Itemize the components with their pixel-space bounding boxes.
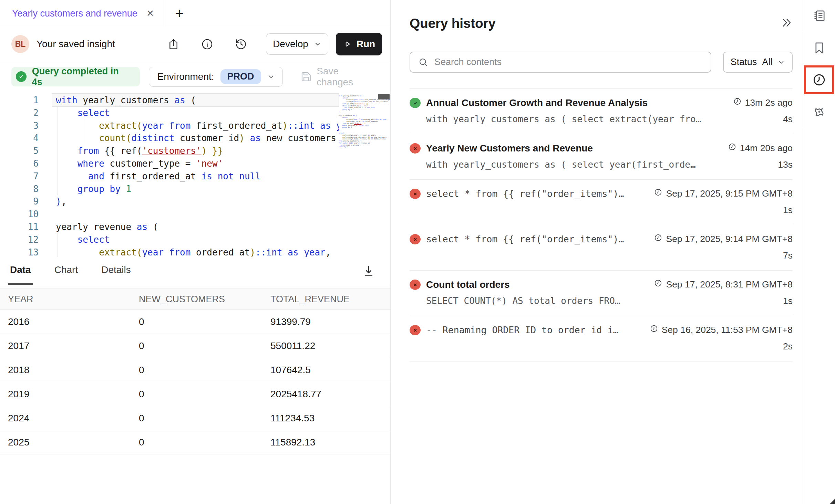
query-editor-pane: Yearly customers and revenue ✕ + BL Your…	[0, 0, 391, 504]
clock-history-icon[interactable]	[803, 64, 835, 96]
result-tab-data[interactable]: Data	[8, 257, 33, 285]
download-icon[interactable]	[360, 262, 377, 280]
table-cell: 2024	[8, 413, 139, 424]
query-status-badge: Query completed in 4s	[11, 67, 140, 86]
table-cell: 2019	[8, 389, 139, 400]
line-number: 9	[0, 195, 39, 208]
clock-icon	[728, 143, 736, 154]
save-icon	[301, 71, 312, 82]
query-history-item-main: Count total ordersSELECT COUNT(*) AS tot…	[426, 279, 646, 306]
query-duration: 4s	[733, 114, 793, 125]
resize-grip[interactable]	[830, 499, 835, 504]
clock-icon	[733, 97, 742, 108]
query-history-list: Annual Customer Growth and Revenue Analy…	[410, 88, 793, 361]
minimap-line: order by 1	[339, 146, 381, 148]
sql-editor[interactable]: 1234567891011121314151617181920212223242…	[0, 92, 390, 257]
line-number: 7	[0, 170, 39, 183]
query-history-item[interactable]: select * from {{ ref("order_items")…Sep …	[410, 225, 793, 270]
query-title: select * from {{ ref("order_items")…	[426, 188, 646, 200]
query-timestamp: 14m 20s ago	[728, 143, 793, 154]
search-input[interactable]	[434, 57, 702, 67]
close-tab-icon[interactable]: ✕	[146, 8, 154, 19]
tab-yearly-customers[interactable]: Yearly customers and revenue ✕	[0, 0, 165, 27]
table-row: 20250115892.13	[0, 430, 390, 454]
table-cell: 550011.22	[270, 340, 390, 351]
query-history-item[interactable]: select * from {{ ref("order_items")…Sep …	[410, 179, 793, 225]
search-icon	[419, 57, 428, 67]
table-cell: 2018	[8, 365, 139, 376]
line-number: 1	[0, 94, 39, 107]
info-icon[interactable]	[198, 35, 216, 53]
query-timestamp: Sep 16, 2025, 11:53 PM GMT+8	[650, 324, 793, 335]
column-header: YEAR	[8, 294, 139, 305]
status-filter-dropdown[interactable]: Status All	[723, 52, 793, 73]
compass-icon[interactable]	[803, 96, 835, 128]
table-cell: 107642.5	[270, 365, 390, 376]
code-line: select	[56, 107, 339, 119]
code-line: group by 1	[56, 183, 339, 196]
editor-minimap[interactable]: with yearly_customers as ( select extrac…	[339, 95, 381, 148]
query-meta: 14m 20s ago13s	[720, 143, 793, 170]
query-history-item-main: select * from {{ ref("order_items")…	[426, 233, 646, 261]
document-header: BL Your saved insight Develop Run	[0, 27, 390, 61]
table-body: 2016091399.7920170550011.2220180107642.5…	[0, 310, 390, 454]
error-icon	[410, 234, 421, 244]
new-tab-button[interactable]: +	[165, 0, 193, 27]
line-number: 11	[0, 221, 39, 233]
table-cell: 0	[139, 437, 270, 448]
environment-value: PROD	[220, 69, 261, 84]
play-icon	[343, 40, 352, 49]
table-row: 20170550011.22	[0, 334, 390, 358]
table-row: 2016091399.79	[0, 310, 390, 334]
query-title: -- Renaming ORDER_ID to order_id i…	[426, 324, 641, 336]
query-history-item[interactable]: Count total ordersSELECT COUNT(*) AS tot…	[410, 270, 793, 316]
notebook-icon[interactable]	[803, 0, 835, 32]
develop-button[interactable]: Develop	[266, 33, 328, 55]
query-history-panel: Query history Status All Annual Customer…	[391, 0, 803, 504]
error-icon	[410, 189, 421, 199]
app-window: Yearly customers and revenue ✕ + BL Your…	[0, 0, 835, 504]
query-status-text: Query completed in 4s	[32, 66, 131, 87]
editor-code[interactable]: with yearly_customers as ( select extrac…	[56, 94, 339, 257]
line-number: 3	[0, 119, 39, 132]
query-timestamp: Sep 17, 2025, 9:14 PM GMT+8	[654, 233, 793, 244]
table-cell: 0	[139, 340, 270, 351]
check-icon	[16, 71, 27, 82]
query-title: select * from {{ ref("order_items")…	[426, 233, 646, 245]
environment-selector[interactable]: Environment: PROD	[149, 67, 283, 87]
chevron-down-icon	[777, 59, 785, 66]
run-label: Run	[357, 39, 375, 50]
collapse-panel-icon[interactable]	[781, 17, 793, 30]
query-history-item[interactable]: -- Renaming ORDER_ID to order_id i…Sep 1…	[410, 316, 793, 361]
table-row: 20240111234.53	[0, 406, 390, 430]
line-number: 8	[0, 183, 39, 196]
query-timestamp: 13m 2s ago	[733, 97, 793, 108]
search-box[interactable]	[410, 52, 711, 73]
query-title: Count total orders	[426, 279, 646, 291]
query-meta: 13m 2s ago4s	[725, 97, 793, 125]
share-icon[interactable]	[165, 35, 182, 53]
clock-icon	[650, 324, 658, 335]
result-tab-details[interactable]: Details	[99, 257, 133, 285]
query-history-item[interactable]: Yearly New Customers and Revenuewith yea…	[410, 134, 793, 179]
table-cell: 2016	[8, 316, 139, 327]
version-history-icon[interactable]	[232, 35, 249, 53]
bookmark-icon[interactable]	[803, 32, 835, 64]
chevron-down-icon	[314, 40, 321, 48]
query-duration: 1s	[654, 296, 793, 306]
save-changes-button[interactable]: Save changes	[301, 66, 377, 88]
line-number: 2	[0, 107, 39, 119]
save-changes-label: Save changes	[317, 66, 377, 88]
clock-icon	[654, 233, 662, 244]
query-history-item[interactable]: Annual Customer Growth and Revenue Analy…	[410, 88, 793, 134]
code-line: where customer_type = 'new'	[56, 157, 339, 170]
tab-bar: Yearly customers and revenue ✕ +	[0, 0, 390, 27]
result-tab-chart[interactable]: Chart	[52, 257, 80, 285]
query-history-item-main: Yearly New Customers and Revenuewith yea…	[426, 143, 720, 170]
editor-scrollbar-thumb[interactable]	[378, 94, 390, 99]
run-button[interactable]: Run	[336, 33, 382, 55]
query-meta: Sep 17, 2025, 8:31 PM GMT+81s	[646, 279, 793, 306]
table-row: 20180107642.5	[0, 358, 390, 382]
query-title: Yearly New Customers and Revenue	[426, 143, 720, 154]
table-cell: 0	[139, 389, 270, 400]
